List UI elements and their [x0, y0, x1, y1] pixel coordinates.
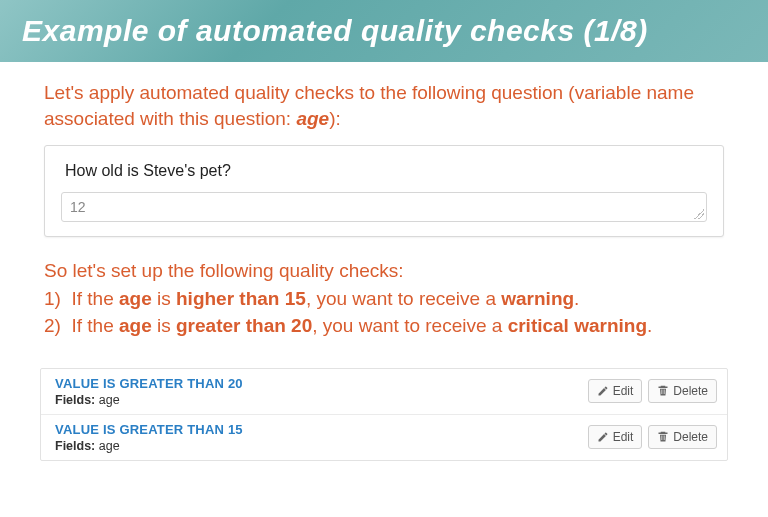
check-row: VALUE IS GREATER THAN 15 Fields: age Edi… [41, 415, 727, 460]
trash-icon [657, 431, 669, 443]
check-info: VALUE IS GREATER THAN 15 Fields: age [55, 422, 243, 453]
fields-value: age [99, 393, 120, 407]
delete-label: Delete [673, 384, 708, 398]
rule-2: 2) If the age is greater than 20, you wa… [44, 312, 724, 340]
rule2-after: , you want to receive a [312, 315, 507, 336]
rules-lead: So let's set up the following quality ch… [44, 257, 724, 285]
answer-value: 12 [70, 199, 86, 215]
intro-line: Let's apply automated quality checks to … [44, 82, 694, 129]
rules-block: So let's set up the following quality ch… [44, 257, 724, 340]
fields-value: age [99, 439, 120, 453]
resize-handle-icon[interactable] [694, 209, 704, 219]
slide-content: Let's apply automated quality checks to … [0, 62, 768, 461]
pencil-icon [597, 431, 609, 443]
edit-label: Edit [613, 430, 634, 444]
rule1-after: , you want to receive a [306, 288, 501, 309]
check-row: VALUE IS GREATER THAN 20 Fields: age Edi… [41, 369, 727, 415]
check-info: VALUE IS GREATER THAN 20 Fields: age [55, 376, 243, 407]
answer-textarea[interactable]: 12 [61, 192, 707, 222]
trash-icon [657, 385, 669, 397]
delete-button[interactable]: Delete [648, 379, 717, 403]
rule2-end: . [647, 315, 652, 336]
rule1-mid: is [152, 288, 176, 309]
pencil-icon [597, 385, 609, 397]
rule1-end: . [574, 288, 579, 309]
check-fields: Fields: age [55, 393, 243, 407]
question-box: How old is Steve's pet? 12 [44, 145, 724, 237]
check-title: VALUE IS GREATER THAN 20 [55, 376, 243, 391]
edit-label: Edit [613, 384, 634, 398]
delete-label: Delete [673, 430, 708, 444]
edit-button[interactable]: Edit [588, 379, 643, 403]
intro-text: Let's apply automated quality checks to … [44, 80, 724, 131]
rule2-cond: greater than 20 [176, 315, 312, 336]
rule1-cond: higher than 15 [176, 288, 306, 309]
fields-label: Fields: [55, 393, 95, 407]
rule-1: 1) If the age is higher than 15, you wan… [44, 285, 724, 313]
edit-button[interactable]: Edit [588, 425, 643, 449]
check-fields: Fields: age [55, 439, 243, 453]
delete-button[interactable]: Delete [648, 425, 717, 449]
fields-label: Fields: [55, 439, 95, 453]
checks-list: VALUE IS GREATER THAN 20 Fields: age Edi… [40, 368, 728, 461]
rule1-pre: 1) If the [44, 288, 119, 309]
check-actions: Edit Delete [588, 425, 717, 449]
rule2-age: age [119, 315, 152, 336]
rule1-age: age [119, 288, 152, 309]
check-actions: Edit Delete [588, 379, 717, 403]
rule1-warn: warning [501, 288, 574, 309]
slide-header: Example of automated quality checks (1/8… [0, 0, 768, 62]
intro-variable: age [296, 108, 329, 129]
slide-title: Example of automated quality checks (1/8… [22, 14, 648, 47]
question-text: How old is Steve's pet? [61, 160, 707, 192]
rule2-warn: critical warning [508, 315, 647, 336]
rule2-mid: is [152, 315, 176, 336]
check-title: VALUE IS GREATER THAN 15 [55, 422, 243, 437]
rule2-pre: 2) If the [44, 315, 119, 336]
intro-tail: ): [329, 108, 341, 129]
